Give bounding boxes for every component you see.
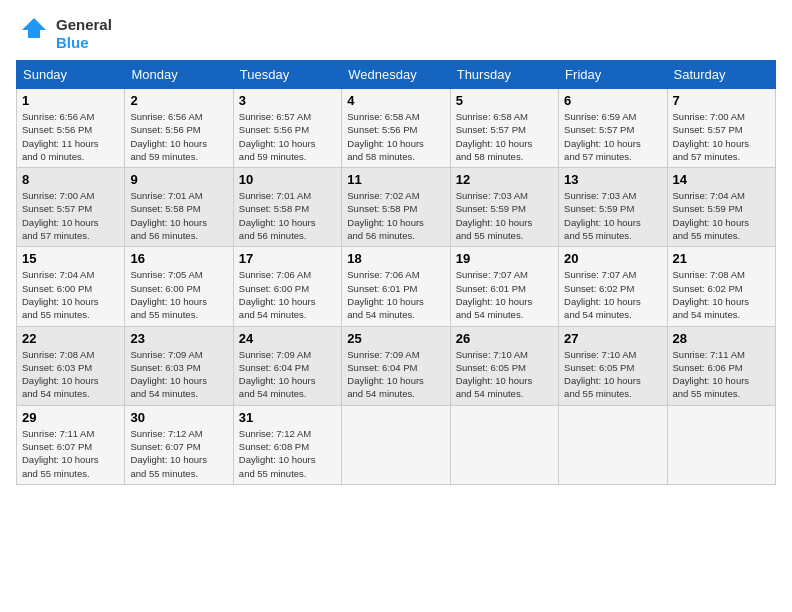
day-number: 23	[130, 331, 227, 346]
calendar-week-row: 1Sunrise: 6:56 AM Sunset: 5:56 PM Daylig…	[17, 89, 776, 168]
day-number: 11	[347, 172, 444, 187]
calendar-day: 29Sunrise: 7:11 AM Sunset: 6:07 PM Dayli…	[17, 405, 125, 484]
day-info: Sunrise: 6:56 AM Sunset: 5:56 PM Dayligh…	[130, 110, 227, 163]
calendar-day: 3Sunrise: 6:57 AM Sunset: 5:56 PM Daylig…	[233, 89, 341, 168]
calendar-day: 28Sunrise: 7:11 AM Sunset: 6:06 PM Dayli…	[667, 326, 775, 405]
calendar-day: 2Sunrise: 6:56 AM Sunset: 5:56 PM Daylig…	[125, 89, 233, 168]
day-number: 2	[130, 93, 227, 108]
day-info: Sunrise: 7:06 AM Sunset: 6:01 PM Dayligh…	[347, 268, 444, 321]
page-header: General Blue	[16, 16, 776, 52]
day-info: Sunrise: 7:11 AM Sunset: 6:07 PM Dayligh…	[22, 427, 119, 480]
calendar-day: 14Sunrise: 7:04 AM Sunset: 5:59 PM Dayli…	[667, 168, 775, 247]
day-info: Sunrise: 7:10 AM Sunset: 6:05 PM Dayligh…	[564, 348, 661, 401]
calendar-day: 13Sunrise: 7:03 AM Sunset: 5:59 PM Dayli…	[559, 168, 667, 247]
calendar-day: 23Sunrise: 7:09 AM Sunset: 6:03 PM Dayli…	[125, 326, 233, 405]
calendar-day: 27Sunrise: 7:10 AM Sunset: 6:05 PM Dayli…	[559, 326, 667, 405]
day-number: 6	[564, 93, 661, 108]
day-info: Sunrise: 7:04 AM Sunset: 6:00 PM Dayligh…	[22, 268, 119, 321]
day-info: Sunrise: 6:58 AM Sunset: 5:57 PM Dayligh…	[456, 110, 553, 163]
day-number: 5	[456, 93, 553, 108]
logo-icon	[16, 16, 52, 52]
day-number: 31	[239, 410, 336, 425]
day-number: 15	[22, 251, 119, 266]
day-info: Sunrise: 7:09 AM Sunset: 6:04 PM Dayligh…	[239, 348, 336, 401]
calendar-week-row: 15Sunrise: 7:04 AM Sunset: 6:00 PM Dayli…	[17, 247, 776, 326]
calendar-day: 20Sunrise: 7:07 AM Sunset: 6:02 PM Dayli…	[559, 247, 667, 326]
weekday-header: Wednesday	[342, 61, 450, 89]
day-number: 3	[239, 93, 336, 108]
day-number: 12	[456, 172, 553, 187]
day-info: Sunrise: 6:58 AM Sunset: 5:56 PM Dayligh…	[347, 110, 444, 163]
day-info: Sunrise: 7:12 AM Sunset: 6:08 PM Dayligh…	[239, 427, 336, 480]
day-number: 25	[347, 331, 444, 346]
day-info: Sunrise: 7:00 AM Sunset: 5:57 PM Dayligh…	[22, 189, 119, 242]
day-number: 16	[130, 251, 227, 266]
calendar-day: 6Sunrise: 6:59 AM Sunset: 5:57 PM Daylig…	[559, 89, 667, 168]
day-info: Sunrise: 7:10 AM Sunset: 6:05 PM Dayligh…	[456, 348, 553, 401]
calendar-day: 24Sunrise: 7:09 AM Sunset: 6:04 PM Dayli…	[233, 326, 341, 405]
calendar-day	[559, 405, 667, 484]
day-number: 1	[22, 93, 119, 108]
day-number: 24	[239, 331, 336, 346]
calendar-day: 18Sunrise: 7:06 AM Sunset: 6:01 PM Dayli…	[342, 247, 450, 326]
calendar-day	[450, 405, 558, 484]
calendar-day: 19Sunrise: 7:07 AM Sunset: 6:01 PM Dayli…	[450, 247, 558, 326]
day-info: Sunrise: 6:56 AM Sunset: 5:56 PM Dayligh…	[22, 110, 119, 163]
calendar-day: 1Sunrise: 6:56 AM Sunset: 5:56 PM Daylig…	[17, 89, 125, 168]
calendar-week-row: 29Sunrise: 7:11 AM Sunset: 6:07 PM Dayli…	[17, 405, 776, 484]
calendar-day: 30Sunrise: 7:12 AM Sunset: 6:07 PM Dayli…	[125, 405, 233, 484]
day-number: 13	[564, 172, 661, 187]
day-number: 26	[456, 331, 553, 346]
day-info: Sunrise: 7:05 AM Sunset: 6:00 PM Dayligh…	[130, 268, 227, 321]
calendar-day: 26Sunrise: 7:10 AM Sunset: 6:05 PM Dayli…	[450, 326, 558, 405]
weekday-header: Tuesday	[233, 61, 341, 89]
calendar-day: 11Sunrise: 7:02 AM Sunset: 5:58 PM Dayli…	[342, 168, 450, 247]
calendar-day: 4Sunrise: 6:58 AM Sunset: 5:56 PM Daylig…	[342, 89, 450, 168]
day-number: 20	[564, 251, 661, 266]
day-number: 29	[22, 410, 119, 425]
day-info: Sunrise: 7:08 AM Sunset: 6:03 PM Dayligh…	[22, 348, 119, 401]
day-number: 10	[239, 172, 336, 187]
day-info: Sunrise: 7:12 AM Sunset: 6:07 PM Dayligh…	[130, 427, 227, 480]
logo: General Blue	[16, 16, 112, 52]
calendar-day: 16Sunrise: 7:05 AM Sunset: 6:00 PM Dayli…	[125, 247, 233, 326]
day-number: 14	[673, 172, 770, 187]
calendar-day: 17Sunrise: 7:06 AM Sunset: 6:00 PM Dayli…	[233, 247, 341, 326]
day-info: Sunrise: 7:11 AM Sunset: 6:06 PM Dayligh…	[673, 348, 770, 401]
day-info: Sunrise: 7:09 AM Sunset: 6:04 PM Dayligh…	[347, 348, 444, 401]
calendar-week-row: 22Sunrise: 7:08 AM Sunset: 6:03 PM Dayli…	[17, 326, 776, 405]
day-info: Sunrise: 7:07 AM Sunset: 6:02 PM Dayligh…	[564, 268, 661, 321]
day-info: Sunrise: 7:01 AM Sunset: 5:58 PM Dayligh…	[130, 189, 227, 242]
day-info: Sunrise: 7:04 AM Sunset: 5:59 PM Dayligh…	[673, 189, 770, 242]
day-info: Sunrise: 7:01 AM Sunset: 5:58 PM Dayligh…	[239, 189, 336, 242]
day-number: 27	[564, 331, 661, 346]
day-number: 17	[239, 251, 336, 266]
weekday-header: Saturday	[667, 61, 775, 89]
day-info: Sunrise: 7:03 AM Sunset: 5:59 PM Dayligh…	[456, 189, 553, 242]
day-number: 21	[673, 251, 770, 266]
day-info: Sunrise: 6:57 AM Sunset: 5:56 PM Dayligh…	[239, 110, 336, 163]
day-number: 7	[673, 93, 770, 108]
calendar-day: 22Sunrise: 7:08 AM Sunset: 6:03 PM Dayli…	[17, 326, 125, 405]
day-info: Sunrise: 7:06 AM Sunset: 6:00 PM Dayligh…	[239, 268, 336, 321]
logo-line2: Blue	[56, 34, 112, 52]
calendar-day: 5Sunrise: 6:58 AM Sunset: 5:57 PM Daylig…	[450, 89, 558, 168]
logo-line1: General	[56, 16, 112, 34]
calendar-day	[667, 405, 775, 484]
day-number: 18	[347, 251, 444, 266]
calendar-table: SundayMondayTuesdayWednesdayThursdayFrid…	[16, 60, 776, 485]
day-number: 22	[22, 331, 119, 346]
day-number: 9	[130, 172, 227, 187]
calendar-day: 12Sunrise: 7:03 AM Sunset: 5:59 PM Dayli…	[450, 168, 558, 247]
calendar-week-row: 8Sunrise: 7:00 AM Sunset: 5:57 PM Daylig…	[17, 168, 776, 247]
day-info: Sunrise: 7:08 AM Sunset: 6:02 PM Dayligh…	[673, 268, 770, 321]
day-number: 8	[22, 172, 119, 187]
day-info: Sunrise: 6:59 AM Sunset: 5:57 PM Dayligh…	[564, 110, 661, 163]
calendar-day: 31Sunrise: 7:12 AM Sunset: 6:08 PM Dayli…	[233, 405, 341, 484]
weekday-header-row: SundayMondayTuesdayWednesdayThursdayFrid…	[17, 61, 776, 89]
day-info: Sunrise: 7:09 AM Sunset: 6:03 PM Dayligh…	[130, 348, 227, 401]
weekday-header: Monday	[125, 61, 233, 89]
calendar-day: 7Sunrise: 7:00 AM Sunset: 5:57 PM Daylig…	[667, 89, 775, 168]
day-info: Sunrise: 7:03 AM Sunset: 5:59 PM Dayligh…	[564, 189, 661, 242]
day-number: 30	[130, 410, 227, 425]
